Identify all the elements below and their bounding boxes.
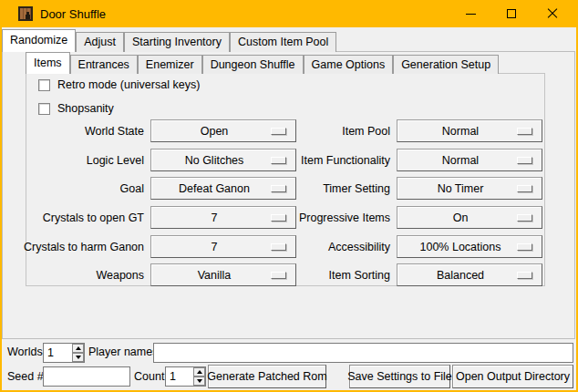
arrow-up-icon: [76, 346, 81, 350]
retro-mode-label: Retro mode (universal keys): [57, 78, 200, 91]
tab-enemizer[interactable]: Enemizer: [138, 55, 202, 74]
minimize-button[interactable]: [450, 0, 490, 27]
tab-custom-item-pool[interactable]: Custom Item Pool: [230, 32, 336, 52]
row-weapons: Weapons Vanilla: [16, 263, 296, 286]
row-world-state: World State Open: [16, 119, 296, 142]
arrow-up-icon: [197, 370, 202, 374]
accessibility-value: 100% Locations: [420, 241, 501, 253]
timer-setting-dropdown[interactable]: No Timer: [397, 177, 542, 200]
close-icon: [547, 8, 558, 19]
close-button[interactable]: [532, 0, 573, 27]
tab-starting-inventory[interactable]: Starting Inventory: [124, 32, 230, 52]
tab-adjust[interactable]: Adjust: [76, 32, 124, 52]
accessibility-dropdown[interactable]: 100% Locations: [397, 235, 542, 258]
count-spinbox: [165, 366, 206, 387]
crystals-ganon-value: 7: [212, 241, 218, 253]
player-names-label: Player names: [88, 346, 158, 358]
arrow-down-icon: [76, 356, 81, 359]
row-item-sorting: Item Sorting Balanced: [263, 263, 542, 286]
logic-level-value: No Glitches: [185, 154, 244, 167]
weapons-value: Vanilla: [198, 269, 232, 282]
row-crystals-gt: Crystals to open GT 7: [16, 206, 296, 229]
titlebar: Door Shuffle: [0, 0, 578, 27]
timer-setting-value: No Timer: [438, 182, 484, 195]
goal-label: Goal: [16, 182, 144, 195]
optionmenu-indicator-icon: [517, 185, 532, 192]
progressive-items-value: On: [453, 211, 469, 224]
checkbox-shopsanity[interactable]: Shopsanity: [38, 102, 114, 115]
optionmenu-indicator-icon: [517, 214, 532, 222]
crystals-gt-value: 7: [212, 211, 218, 224]
count-spin-down-button[interactable]: [193, 377, 205, 386]
worlds-spinbox: [43, 343, 85, 363]
item-functionality-label: Item Functionality: [263, 154, 390, 167]
timer-setting-label: Timer Setting: [263, 182, 390, 195]
row-item-functionality: Item Functionality Normal: [263, 149, 542, 171]
crystals-gt-label: Crystals to open GT: [16, 211, 144, 224]
accessibility-label: Accessibility: [263, 241, 390, 253]
crystals-ganon-label: Crystals to harm Ganon: [16, 241, 144, 253]
world-state-label: World State: [16, 125, 144, 138]
door-shuffle-window: Door Shuffle Randomize Adjust Starting I…: [0, 0, 578, 392]
door-plate-detail: [26, 15, 30, 19]
row-timer-setting: Timer Setting No Timer: [263, 177, 542, 200]
item-sorting-label: Item Sorting: [263, 269, 390, 282]
arrow-down-icon: [197, 379, 202, 383]
tab-entrances[interactable]: Entrances: [70, 55, 138, 74]
door-icon: [18, 6, 33, 21]
goal-value: Defeat Ganon: [179, 182, 250, 195]
checkbox-retro-mode[interactable]: Retro mode (universal keys): [38, 78, 200, 91]
optionmenu-indicator-icon: [517, 243, 532, 251]
worlds-spin-buttons: [72, 344, 84, 362]
row-crystals-ganon: Crystals to harm Ganon 7: [16, 235, 296, 258]
item-pool-dropdown[interactable]: Normal: [397, 119, 542, 142]
tab-generation-setup[interactable]: Generation Setup: [393, 55, 499, 74]
tab-randomize[interactable]: Randomize: [2, 29, 76, 52]
item-pool-value: Normal: [442, 125, 479, 138]
tab-dungeon-shuffle[interactable]: Dungeon Shuffle: [202, 55, 304, 74]
row-item-pool: Item Pool Normal: [263, 119, 542, 142]
sub-tab-bar: Items Entrances Enemizer Dungeon Shuffle…: [26, 52, 499, 74]
save-settings-button[interactable]: Save Settings to File: [349, 365, 450, 388]
main-tab-bar: Randomize Adjust Starting Inventory Cust…: [2, 29, 336, 52]
retro-mode-checkbox-box: [38, 79, 50, 91]
minimize-icon: [466, 14, 476, 15]
maximize-icon: [507, 9, 516, 18]
item-sorting-value: Balanced: [437, 269, 484, 282]
row-logic-level: Logic Level No Glitches: [16, 149, 296, 171]
worlds-spin-down-button[interactable]: [72, 353, 84, 362]
count-input[interactable]: [166, 367, 193, 386]
item-sorting-dropdown[interactable]: Balanced: [397, 263, 542, 286]
logic-level-label: Logic Level: [16, 154, 144, 167]
row-accessibility: Accessibility 100% Locations: [263, 235, 542, 258]
optionmenu-indicator-icon: [517, 272, 532, 279]
worlds-input[interactable]: [44, 344, 72, 362]
count-label: Count: [134, 370, 164, 383]
optionmenu-indicator-icon: [517, 157, 532, 164]
weapons-label: Weapons: [16, 269, 144, 282]
open-output-directory-button[interactable]: Open Output Directory: [452, 365, 573, 388]
maximize-button[interactable]: [491, 0, 532, 27]
progressive-items-label: Progressive Items: [263, 211, 390, 224]
seed-label: Seed #: [7, 370, 44, 383]
count-spin-up-button[interactable]: [193, 367, 205, 377]
window-title: Door Shuffle: [40, 7, 106, 21]
worlds-spin-up-button[interactable]: [72, 344, 84, 353]
tab-items[interactable]: Items: [26, 52, 70, 74]
generate-patched-rom-button[interactable]: Generate Patched Rom: [208, 365, 326, 388]
shopsanity-label: Shopsanity: [57, 102, 114, 115]
item-functionality-value: Normal: [442, 154, 479, 167]
item-pool-label: Item Pool: [263, 125, 390, 138]
worlds-label: Worlds: [7, 346, 43, 358]
row-progressive-items: Progressive Items On: [263, 206, 542, 229]
player-names-input[interactable]: [153, 343, 573, 363]
row-goal: Goal Defeat Ganon: [16, 177, 296, 200]
shopsanity-checkbox-box: [38, 103, 50, 115]
tab-game-options[interactable]: Game Options: [304, 55, 394, 74]
optionmenu-indicator-icon: [517, 128, 532, 135]
item-functionality-dropdown[interactable]: Normal: [397, 149, 542, 171]
progressive-items-dropdown[interactable]: On: [397, 206, 542, 229]
world-state-value: Open: [201, 125, 229, 138]
count-spin-buttons: [193, 367, 205, 386]
seed-input[interactable]: [43, 366, 130, 387]
